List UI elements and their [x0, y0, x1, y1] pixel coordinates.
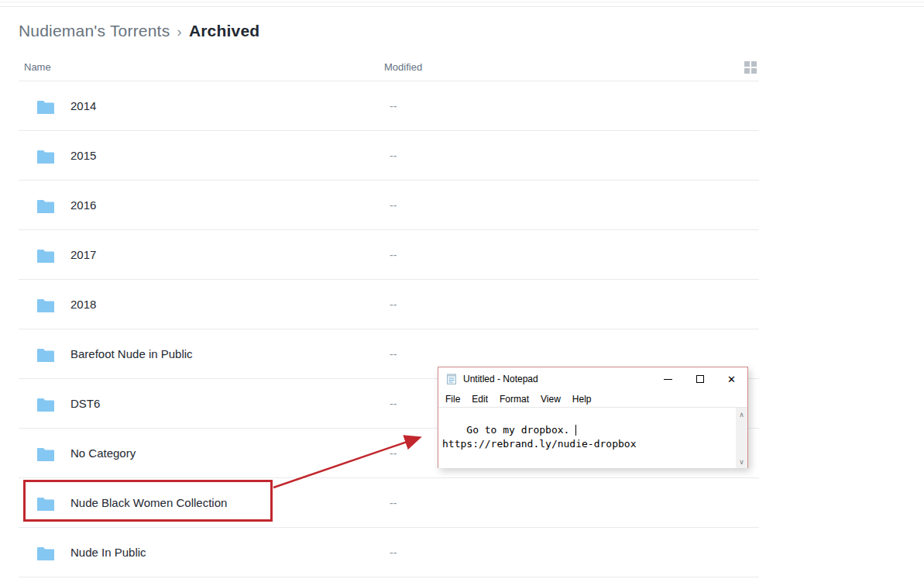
folder-icon — [36, 346, 55, 362]
notepad-app-icon — [445, 373, 458, 385]
file-row[interactable]: 2016 -- — [19, 181, 759, 230]
file-modified: -- — [390, 199, 397, 212]
notepad-scrollbar[interactable]: ∧ ∨ — [736, 408, 747, 468]
folder-icon — [36, 545, 55, 560]
file-browser: Nudieman's Torrents›Archived Name Modifi… — [19, 22, 759, 577]
file-modified: -- — [390, 398, 397, 410]
file-name[interactable]: No Category — [70, 446, 136, 460]
column-header-modified[interactable]: Modified — [384, 61, 422, 73]
file-modified: -- — [390, 150, 397, 162]
file-modified: -- — [390, 447, 397, 460]
file-row[interactable]: 2017 -- — [19, 230, 759, 280]
file-row[interactable]: Nude In Public -- — [19, 528, 759, 577]
column-header-name[interactable]: Name — [19, 61, 384, 73]
file-modified: -- — [390, 249, 397, 261]
file-row[interactable]: 2018 -- — [19, 280, 759, 329]
chevron-right-icon: › — [177, 23, 182, 40]
file-modified: -- — [390, 546, 397, 559]
breadcrumb: Nudieman's Torrents›Archived — [19, 22, 759, 40]
file-modified: -- — [390, 497, 397, 509]
file-name[interactable]: DST6 — [70, 397, 100, 410]
text-cursor — [575, 425, 576, 436]
menu-format[interactable]: Format — [500, 394, 529, 405]
menu-edit[interactable]: Edit — [472, 394, 488, 405]
folder-icon — [36, 247, 55, 263]
grid-view-icon[interactable] — [744, 61, 757, 74]
notepad-titlebar[interactable]: Untitled - Notepad ✕ — [438, 367, 747, 391]
notepad-text-area[interactable]: Go to my dropbox. https://rebrand.ly/nud… — [438, 407, 747, 468]
folder-icon — [36, 495, 55, 511]
file-row[interactable]: 2015 -- — [19, 131, 759, 181]
folder-icon — [36, 446, 55, 461]
folder-icon — [36, 297, 55, 312]
notepad-line-1: Go to my dropbox. — [466, 424, 575, 436]
minimize-button[interactable] — [652, 367, 684, 391]
notepad-menubar: File Edit Format View Help — [438, 391, 747, 407]
file-name[interactable]: Nude Black Women Collection — [70, 496, 227, 509]
file-name[interactable]: 2018 — [70, 298, 96, 311]
menu-help[interactable]: Help — [572, 394, 592, 405]
top-divider-2 — [0, 6, 924, 7]
file-name[interactable]: 2014 — [70, 99, 96, 112]
file-row-highlighted[interactable]: Nude Black Women Collection -- — [19, 478, 759, 528]
file-name[interactable]: Barefoot Nude in Public — [70, 347, 193, 360]
folder-icon — [36, 98, 55, 114]
maximize-icon — [696, 375, 704, 383]
table-header: Name Modified — [19, 53, 759, 81]
menu-view[interactable]: View — [541, 394, 561, 405]
notepad-window: Untitled - Notepad ✕ File Edit Format Vi… — [438, 367, 748, 468]
top-divider — [0, 2, 924, 2]
folder-icon — [36, 148, 55, 164]
scroll-up-icon[interactable]: ∧ — [736, 408, 747, 420]
file-row[interactable]: 2014 -- — [19, 81, 759, 131]
close-icon: ✕ — [727, 374, 736, 384]
menu-file[interactable]: File — [445, 394, 460, 405]
breadcrumb-parent[interactable]: Nudieman's Torrents — [19, 22, 170, 40]
notepad-line-2: https://rebrand.ly/nudie-dropbox — [442, 438, 636, 450]
file-name[interactable]: 2017 — [70, 248, 96, 261]
minimize-icon — [664, 379, 672, 380]
breadcrumb-current: Archived — [189, 22, 259, 40]
folder-icon — [36, 396, 55, 412]
file-modified: -- — [390, 348, 397, 360]
file-name[interactable]: 2016 — [70, 198, 96, 212]
notepad-title: Untitled - Notepad — [463, 374, 652, 384]
scroll-down-icon[interactable]: ∨ — [736, 456, 747, 467]
file-modified: -- — [390, 100, 397, 112]
maximize-button[interactable] — [684, 367, 716, 391]
file-modified: -- — [390, 298, 397, 311]
file-name[interactable]: 2015 — [70, 149, 96, 162]
close-button[interactable]: ✕ — [716, 367, 747, 391]
file-name[interactable]: Nude In Public — [70, 546, 146, 559]
folder-icon — [36, 198, 55, 213]
